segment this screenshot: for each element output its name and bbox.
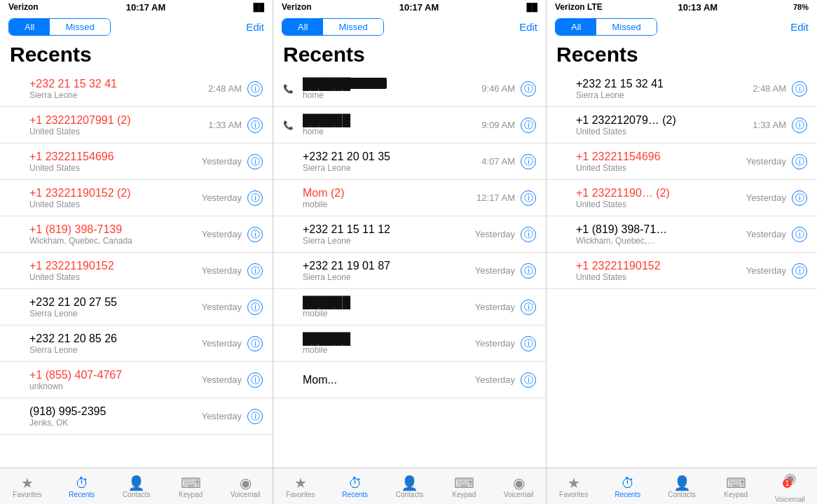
call-name[interactable]: Mom (2)	[303, 187, 476, 200]
call-name[interactable]: +232 21 15 11 12	[303, 223, 475, 236]
info-button[interactable]: ⓘ	[521, 372, 536, 388]
call-name[interactable]: +1 (819) 398-7139	[29, 223, 202, 236]
info-button[interactable]: ⓘ	[247, 118, 263, 133]
call-info: +1 23221154696United States	[29, 150, 202, 173]
call-subtext: Sierra Leone	[29, 309, 202, 318]
call-name[interactable]: +1 (819) 398-71…	[576, 223, 746, 236]
call-name[interactable]: ██████	[303, 332, 475, 345]
call-item: +1 23221190152United StatesYesterdayⓘ	[547, 253, 817, 289]
call-info: +1 (819) 398-71…Wickham, Quebec,…	[576, 223, 746, 246]
call-name[interactable]: +1 23221190152	[576, 260, 746, 272]
info-button[interactable]: ⓘ	[521, 263, 536, 279]
call-item: ██████mobileYesterdayⓘ	[273, 289, 546, 326]
call-name[interactable]: ██████	[303, 114, 481, 127]
call-name[interactable]: (918) 995-2395	[29, 405, 202, 418]
call-name[interactable]: +1 23221207991 (2)	[29, 114, 208, 127]
tab-favorites[interactable]: ★Favorites	[0, 471, 55, 503]
call-time: Yesterday	[202, 192, 242, 203]
tab-recents[interactable]: ⏱Recents	[55, 471, 109, 503]
call-name[interactable]: Mom...	[303, 374, 475, 386]
call-name[interactable]: +232 21 20 27 55	[29, 296, 202, 309]
call-name[interactable]: +1 23221190… (2)	[576, 187, 746, 200]
info-button[interactable]: ⓘ	[247, 81, 263, 97]
call-name[interactable]: +232 21 20 01 35	[303, 150, 481, 163]
call-item: +232 21 20 01 35Sierra Leone4:07 AMⓘ	[273, 144, 546, 180]
tab-keypad[interactable]: ⌨Keypad	[437, 471, 491, 503]
tab-recents[interactable]: ⏱Recents	[600, 471, 654, 503]
tab-recents[interactable]: ⏱Recents	[328, 471, 383, 503]
call-name[interactable]: ██████	[303, 78, 481, 90]
tab-contacts[interactable]: 👤Contacts	[654, 471, 708, 503]
segment-all-button[interactable]: All	[9, 19, 50, 35]
tab-favorites[interactable]: ★Favorites	[273, 471, 328, 503]
info-button[interactable]: ⓘ	[247, 227, 263, 242]
status-bar: Verizon 10:17 AM ██	[0, 0, 273, 14]
info-button[interactable]: ⓘ	[521, 227, 536, 242]
call-name[interactable]: +1 23221154696	[576, 150, 746, 163]
call-name[interactable]: +1 (855) 407-4767	[29, 369, 202, 382]
call-info: +1 23221154696United States	[576, 150, 746, 173]
segment-all-button[interactable]: All	[556, 19, 596, 35]
call-name[interactable]: +1 23221154696	[29, 150, 202, 163]
info-button[interactable]: ⓘ	[521, 81, 536, 97]
info-button[interactable]: ⓘ	[247, 263, 263, 279]
edit-button[interactable]: Edit	[519, 21, 537, 33]
tab-contacts[interactable]: 👤Contacts	[383, 471, 437, 503]
tab-voicemail[interactable]: ◉1Voicemail	[763, 471, 817, 503]
info-button[interactable]: ⓘ	[521, 190, 536, 206]
phone-icon: 📞	[283, 84, 296, 94]
favorites-tab-label: Favorites	[13, 491, 41, 498]
call-time: Yesterday	[475, 229, 515, 239]
info-button[interactable]: ⓘ	[521, 336, 536, 351]
call-item: ██████mobileYesterdayⓘ	[273, 326, 546, 362]
call-name[interactable]: +232 21 15 32 41	[29, 78, 208, 90]
call-time: Yesterday	[202, 302, 242, 312]
favorites-tab-label: Favorites	[286, 491, 315, 498]
call-time: Yesterday	[202, 338, 242, 349]
call-info: ██████mobile	[303, 332, 475, 355]
info-button[interactable]: ⓘ	[792, 81, 807, 97]
tab-contacts[interactable]: 👤Contacts	[109, 471, 164, 503]
info-button[interactable]: ⓘ	[792, 227, 807, 242]
time-label: 10:17 AM	[126, 2, 166, 13]
info-button[interactable]: ⓘ	[792, 118, 807, 133]
tab-voicemail[interactable]: ◉Voicemail	[491, 471, 546, 503]
segment-missed-button[interactable]: Missed	[323, 19, 383, 35]
info-button[interactable]: ⓘ	[521, 154, 536, 169]
info-button[interactable]: ⓘ	[247, 409, 263, 424]
call-name[interactable]: +232 21 20 85 26	[29, 332, 202, 345]
call-name[interactable]: +1 23221190152 (2)	[29, 187, 202, 200]
info-button[interactable]: ⓘ	[792, 263, 807, 279]
info-button[interactable]: ⓘ	[247, 336, 263, 351]
call-info: +232 21 20 85 26Sierra Leone	[29, 332, 202, 355]
segment-missed-button[interactable]: Missed	[596, 19, 656, 35]
edit-button[interactable]: Edit	[790, 21, 809, 33]
call-time: Yesterday	[746, 192, 786, 203]
call-time: Yesterday	[202, 156, 242, 167]
info-button[interactable]: ⓘ	[521, 300, 536, 315]
info-button[interactable]: ⓘ	[792, 190, 807, 206]
tab-favorites[interactable]: ★Favorites	[547, 471, 600, 503]
info-button[interactable]: ⓘ	[247, 190, 263, 206]
segment-missed-button[interactable]: Missed	[50, 19, 109, 35]
edit-button[interactable]: Edit	[246, 21, 264, 33]
call-name[interactable]: +1 23221190152	[29, 260, 202, 272]
tab-keypad[interactable]: ⌨Keypad	[709, 471, 763, 503]
tab-voicemail[interactable]: ◉Voicemail	[218, 471, 273, 503]
call-info: (918) 995-2395Jenks, OK	[29, 405, 202, 428]
favorites-tab-label: Favorites	[559, 491, 588, 498]
info-button[interactable]: ⓘ	[247, 154, 263, 169]
tab-bar: ★Favorites⏱Recents👤Contacts⌨Keypad◉1Voic…	[547, 468, 817, 504]
call-name[interactable]: +232 21 15 32 41	[576, 78, 753, 90]
tab-keypad[interactable]: ⌨Keypad	[163, 471, 218, 503]
status-bar: Verizon 10:17 AM ██	[273, 0, 546, 14]
call-name[interactable]: +232 21 19 01 87	[303, 260, 475, 272]
info-button[interactable]: ⓘ	[247, 300, 263, 315]
call-name[interactable]: ██████	[303, 296, 475, 309]
info-button[interactable]: ⓘ	[247, 372, 263, 388]
call-time: 9:46 AM	[481, 83, 515, 94]
segment-all-button[interactable]: All	[282, 19, 323, 35]
call-name[interactable]: +1 232212079… (2)	[576, 114, 753, 127]
info-button[interactable]: ⓘ	[521, 118, 536, 133]
info-button[interactable]: ⓘ	[792, 154, 807, 169]
